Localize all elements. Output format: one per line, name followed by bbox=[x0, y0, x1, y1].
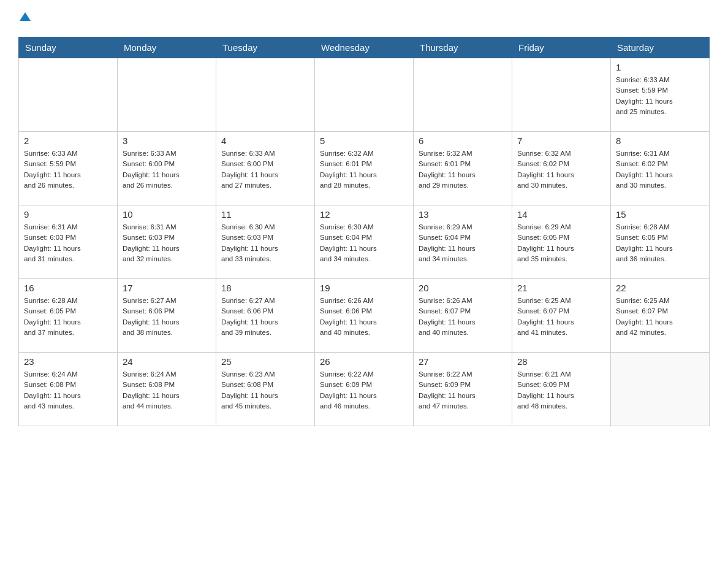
day-number: 14 bbox=[517, 209, 605, 220]
day-info: Sunrise: 6:27 AMSunset: 6:06 PMDaylight:… bbox=[221, 296, 309, 338]
day-number: 28 bbox=[517, 356, 605, 367]
day-info: Sunrise: 6:33 AMSunset: 5:59 PMDaylight:… bbox=[24, 148, 112, 191]
calendar-cell: 20Sunrise: 6:26 AMSunset: 6:07 PMDayligh… bbox=[414, 279, 512, 353]
calendar-cell: 18Sunrise: 6:27 AMSunset: 6:06 PMDayligh… bbox=[216, 279, 315, 353]
calendar-cell: 22Sunrise: 6:25 AMSunset: 6:07 PMDayligh… bbox=[611, 279, 710, 353]
day-info: Sunrise: 6:31 AMSunset: 6:02 PMDaylight:… bbox=[616, 148, 704, 191]
calendar-week-row: 1Sunrise: 6:33 AMSunset: 5:59 PMDaylight… bbox=[19, 58, 710, 132]
day-info: Sunrise: 6:33 AMSunset: 6:00 PMDaylight:… bbox=[221, 148, 309, 191]
day-number: 24 bbox=[123, 356, 211, 367]
day-number: 16 bbox=[24, 283, 112, 293]
calendar-cell: 15Sunrise: 6:28 AMSunset: 6:05 PMDayligh… bbox=[611, 205, 710, 279]
calendar-cell: 26Sunrise: 6:22 AMSunset: 6:09 PMDayligh… bbox=[315, 353, 414, 426]
calendar-table: Sunday Monday Tuesday Wednesday Thursday… bbox=[18, 37, 710, 426]
day-number: 1 bbox=[616, 62, 704, 72]
calendar-cell: 28Sunrise: 6:21 AMSunset: 6:09 PMDayligh… bbox=[512, 353, 611, 426]
calendar-cell bbox=[315, 58, 414, 132]
day-info: Sunrise: 6:32 AMSunset: 6:02 PMDaylight:… bbox=[517, 148, 605, 191]
calendar-cell: 8Sunrise: 6:31 AMSunset: 6:02 PMDaylight… bbox=[611, 132, 710, 205]
calendar-cell bbox=[118, 58, 216, 132]
day-number: 3 bbox=[123, 136, 211, 146]
day-info: Sunrise: 6:29 AMSunset: 6:05 PMDaylight:… bbox=[517, 222, 605, 264]
calendar-cell: 11Sunrise: 6:30 AMSunset: 6:03 PMDayligh… bbox=[216, 205, 315, 279]
calendar-week-row: 2Sunrise: 6:33 AMSunset: 5:59 PMDaylight… bbox=[19, 132, 710, 205]
day-number: 2 bbox=[24, 136, 112, 146]
day-info: Sunrise: 6:33 AMSunset: 5:59 PMDaylight:… bbox=[616, 75, 704, 117]
calendar-cell: 21Sunrise: 6:25 AMSunset: 6:07 PMDayligh… bbox=[512, 279, 611, 353]
day-number: 12 bbox=[320, 209, 408, 220]
page-header bbox=[18, 12, 710, 25]
calendar-cell: 3Sunrise: 6:33 AMSunset: 6:00 PMDaylight… bbox=[118, 132, 216, 205]
day-number: 10 bbox=[123, 209, 211, 220]
calendar-cell bbox=[19, 58, 118, 132]
day-info: Sunrise: 6:25 AMSunset: 6:07 PMDaylight:… bbox=[616, 296, 704, 338]
day-number: 13 bbox=[419, 209, 507, 220]
calendar-cell: 7Sunrise: 6:32 AMSunset: 6:02 PMDaylight… bbox=[512, 132, 611, 205]
day-info: Sunrise: 6:26 AMSunset: 6:06 PMDaylight:… bbox=[320, 296, 408, 338]
day-number: 4 bbox=[221, 136, 309, 146]
header-friday: Friday bbox=[512, 37, 611, 58]
calendar-cell: 24Sunrise: 6:24 AMSunset: 6:08 PMDayligh… bbox=[118, 353, 216, 426]
day-number: 9 bbox=[24, 209, 112, 220]
day-info: Sunrise: 6:32 AMSunset: 6:01 PMDaylight:… bbox=[419, 148, 507, 191]
calendar-cell: 2Sunrise: 6:33 AMSunset: 5:59 PMDaylight… bbox=[19, 132, 118, 205]
day-info: Sunrise: 6:25 AMSunset: 6:07 PMDaylight:… bbox=[517, 296, 605, 338]
day-number: 21 bbox=[517, 283, 605, 293]
calendar-cell: 16Sunrise: 6:28 AMSunset: 6:05 PMDayligh… bbox=[19, 279, 118, 353]
calendar-cell: 5Sunrise: 6:32 AMSunset: 6:01 PMDaylight… bbox=[315, 132, 414, 205]
day-number: 5 bbox=[320, 136, 408, 146]
calendar-week-row: 9Sunrise: 6:31 AMSunset: 6:03 PMDaylight… bbox=[19, 205, 710, 279]
day-info: Sunrise: 6:24 AMSunset: 6:08 PMDaylight:… bbox=[123, 369, 211, 412]
calendar-cell: 19Sunrise: 6:26 AMSunset: 6:06 PMDayligh… bbox=[315, 279, 414, 353]
weekday-header-row: Sunday Monday Tuesday Wednesday Thursday… bbox=[19, 37, 710, 58]
header-thursday: Thursday bbox=[414, 37, 512, 58]
calendar-cell: 17Sunrise: 6:27 AMSunset: 6:06 PMDayligh… bbox=[118, 279, 216, 353]
day-number: 25 bbox=[221, 356, 309, 367]
logo-triangle-icon bbox=[20, 12, 31, 23]
day-info: Sunrise: 6:26 AMSunset: 6:07 PMDaylight:… bbox=[419, 296, 507, 338]
day-info: Sunrise: 6:32 AMSunset: 6:01 PMDaylight:… bbox=[320, 148, 408, 191]
calendar-week-row: 23Sunrise: 6:24 AMSunset: 6:08 PMDayligh… bbox=[19, 353, 710, 426]
svg-marker-0 bbox=[20, 12, 31, 21]
day-info: Sunrise: 6:23 AMSunset: 6:08 PMDaylight:… bbox=[221, 369, 309, 412]
day-info: Sunrise: 6:31 AMSunset: 6:03 PMDaylight:… bbox=[123, 222, 211, 264]
day-info: Sunrise: 6:30 AMSunset: 6:03 PMDaylight:… bbox=[221, 222, 309, 264]
day-number: 8 bbox=[616, 136, 704, 146]
day-number: 15 bbox=[616, 209, 704, 220]
day-number: 27 bbox=[419, 356, 507, 367]
day-info: Sunrise: 6:29 AMSunset: 6:04 PMDaylight:… bbox=[419, 222, 507, 264]
day-info: Sunrise: 6:21 AMSunset: 6:09 PMDaylight:… bbox=[517, 369, 605, 412]
day-info: Sunrise: 6:22 AMSunset: 6:09 PMDaylight:… bbox=[320, 369, 408, 412]
day-number: 11 bbox=[221, 209, 309, 220]
calendar-cell: 6Sunrise: 6:32 AMSunset: 6:01 PMDaylight… bbox=[414, 132, 512, 205]
logo bbox=[18, 12, 31, 25]
calendar-cell bbox=[611, 353, 710, 426]
calendar-cell: 25Sunrise: 6:23 AMSunset: 6:08 PMDayligh… bbox=[216, 353, 315, 426]
calendar-week-row: 16Sunrise: 6:28 AMSunset: 6:05 PMDayligh… bbox=[19, 279, 710, 353]
calendar-body: 1Sunrise: 6:33 AMSunset: 5:59 PMDaylight… bbox=[19, 58, 710, 426]
day-number: 7 bbox=[517, 136, 605, 146]
day-number: 23 bbox=[24, 356, 112, 367]
calendar-cell: 9Sunrise: 6:31 AMSunset: 6:03 PMDaylight… bbox=[19, 205, 118, 279]
calendar-cell bbox=[216, 58, 315, 132]
header-wednesday: Wednesday bbox=[315, 37, 414, 58]
calendar-cell: 1Sunrise: 6:33 AMSunset: 5:59 PMDaylight… bbox=[611, 58, 710, 132]
header-sunday: Sunday bbox=[19, 37, 118, 58]
day-number: 20 bbox=[419, 283, 507, 293]
day-number: 6 bbox=[419, 136, 507, 146]
calendar-cell: 13Sunrise: 6:29 AMSunset: 6:04 PMDayligh… bbox=[414, 205, 512, 279]
header-saturday: Saturday bbox=[611, 37, 710, 58]
day-number: 18 bbox=[221, 283, 309, 293]
day-info: Sunrise: 6:31 AMSunset: 6:03 PMDaylight:… bbox=[24, 222, 112, 264]
day-number: 19 bbox=[320, 283, 408, 293]
calendar-cell: 27Sunrise: 6:22 AMSunset: 6:09 PMDayligh… bbox=[414, 353, 512, 426]
calendar-cell: 4Sunrise: 6:33 AMSunset: 6:00 PMDaylight… bbox=[216, 132, 315, 205]
calendar-cell: 10Sunrise: 6:31 AMSunset: 6:03 PMDayligh… bbox=[118, 205, 216, 279]
day-info: Sunrise: 6:33 AMSunset: 6:00 PMDaylight:… bbox=[123, 148, 211, 191]
day-number: 17 bbox=[123, 283, 211, 293]
day-info: Sunrise: 6:28 AMSunset: 6:05 PMDaylight:… bbox=[616, 222, 704, 264]
day-info: Sunrise: 6:30 AMSunset: 6:04 PMDaylight:… bbox=[320, 222, 408, 264]
calendar-cell bbox=[414, 58, 512, 132]
header-tuesday: Tuesday bbox=[216, 37, 315, 58]
calendar-cell: 12Sunrise: 6:30 AMSunset: 6:04 PMDayligh… bbox=[315, 205, 414, 279]
